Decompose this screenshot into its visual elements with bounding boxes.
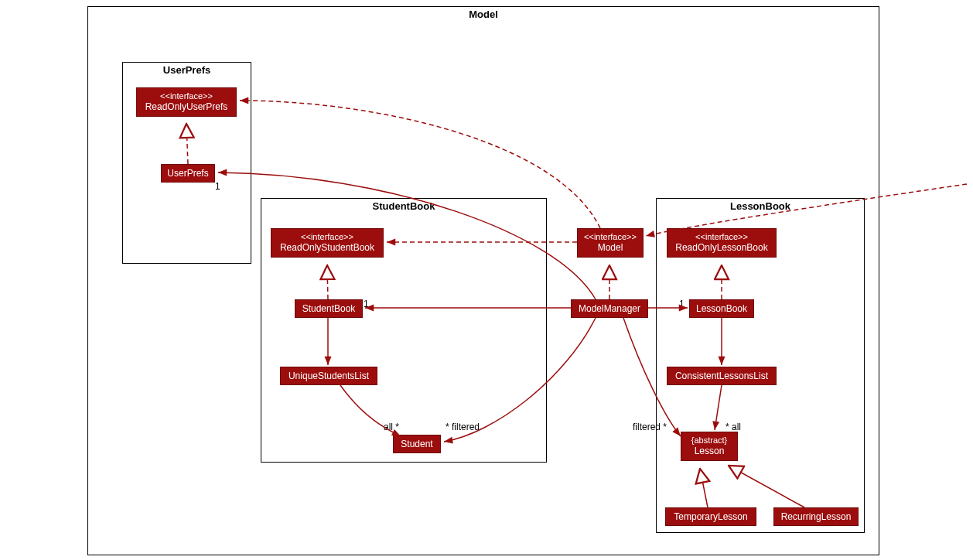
node-readonlyuserprefs-name: ReadOnlyUserPrefs bbox=[145, 101, 228, 112]
package-model-title: Model bbox=[88, 7, 879, 23]
node-lesson: {abstract} Lesson bbox=[681, 432, 738, 461]
node-temporarylesson: TemporaryLesson bbox=[665, 507, 756, 526]
node-readonlylessonbook-name: ReadOnlyLessonBook bbox=[675, 242, 767, 253]
node-userprefs: UserPrefs bbox=[161, 164, 215, 183]
node-modelmanager-name: ModelManager bbox=[579, 303, 640, 314]
node-readonlystudentbook-name: ReadOnlyStudentBook bbox=[280, 242, 374, 253]
diagram-canvas: Model UserPrefs StudentBook LessonBook <… bbox=[0, 0, 973, 560]
label-mm-to-lessonbook-mult: 1 bbox=[679, 299, 685, 309]
node-consistentlessonslist-name: ConsistentLessonsList bbox=[675, 370, 768, 381]
node-studentbook-name: StudentBook bbox=[302, 303, 356, 314]
package-studentbook-title: StudentBook bbox=[261, 199, 546, 215]
node-student-name: Student bbox=[401, 439, 432, 449]
node-readonlystudentbook: <<interface>> ReadOnlyStudentBook bbox=[271, 228, 384, 258]
node-lesson-stereo: {abstract} bbox=[686, 435, 732, 446]
label-all-star-student: all * bbox=[384, 422, 399, 432]
node-studentbook: StudentBook bbox=[295, 299, 363, 318]
node-modelmanager: ModelManager bbox=[571, 299, 648, 318]
label-filtered-star-lesson: filtered * bbox=[633, 422, 667, 432]
node-lesson-name: Lesson bbox=[695, 446, 725, 456]
node-lessonbook: LessonBook bbox=[689, 299, 754, 318]
label-filtered-star-student: * filtered bbox=[446, 422, 480, 432]
node-readonlyuserprefs: <<interface>> ReadOnlyUserPrefs bbox=[136, 87, 237, 117]
node-readonlylessonbook: <<interface>> ReadOnlyLessonBook bbox=[667, 228, 777, 258]
node-model-interface: <<interface>> Model bbox=[577, 228, 644, 258]
node-consistentlessonslist: ConsistentLessonsList bbox=[667, 367, 777, 385]
node-recurringlesson-name: RecurringLesson bbox=[781, 511, 852, 522]
node-readonlystudentbook-stereo: <<interface>> bbox=[276, 232, 378, 242]
label-all-star-lesson: * all bbox=[725, 422, 741, 432]
package-lessonbook-title: LessonBook bbox=[657, 199, 864, 215]
package-userprefs-title: UserPrefs bbox=[123, 63, 251, 79]
node-readonlylessonbook-stereo: <<interface>> bbox=[672, 232, 771, 242]
node-lessonbook-name: LessonBook bbox=[696, 303, 747, 314]
node-userprefs-name: UserPrefs bbox=[167, 168, 208, 179]
node-temporarylesson-name: TemporaryLesson bbox=[674, 511, 747, 522]
node-uniquestudentslist: UniqueStudentsList bbox=[280, 367, 377, 385]
node-recurringlesson: RecurringLesson bbox=[773, 507, 859, 526]
label-mm-to-userprefs-mult: 1 bbox=[215, 181, 220, 192]
node-uniquestudentslist-name: UniqueStudentsList bbox=[288, 370, 369, 381]
node-student: Student bbox=[393, 435, 441, 453]
node-readonlyuserprefs-stereo: <<interface>> bbox=[142, 91, 231, 101]
node-model-interface-name: Model bbox=[598, 242, 623, 253]
node-model-interface-stereo: <<interface>> bbox=[582, 232, 638, 242]
label-mm-to-studentbook-mult: 1 bbox=[364, 299, 369, 309]
